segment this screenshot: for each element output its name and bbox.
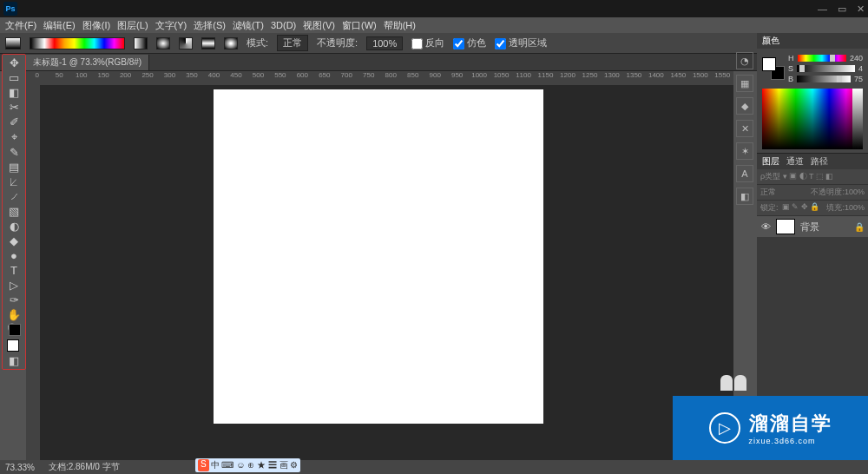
menu-layer[interactable]: 图层(L) — [117, 19, 148, 32]
paragraph-panel-icon[interactable]: ◧ — [736, 188, 753, 205]
document-tab[interactable]: 未标题-1 @ 73.3%(RGB/8#) — [26, 55, 149, 70]
libraries-panel-icon[interactable]: ◆ — [736, 97, 753, 115]
menu-3d[interactable]: 3D(D) — [271, 20, 296, 30]
menu-type[interactable]: 文字(Y) — [155, 19, 187, 32]
blend-mode-select[interactable]: 正常 — [277, 35, 308, 51]
sat-label: S — [788, 64, 793, 73]
paths-tab[interactable]: 路径 — [811, 155, 828, 168]
ime-toolbar[interactable]: S 中 ⌨ ☺ ⊕ ★ ☰ 画 ⚙ — [195, 458, 300, 472]
layer-row[interactable]: 👁 背景 🔒 — [757, 216, 868, 237]
vertical-ruler — [26, 85, 40, 460]
history-brush-tool[interactable]: ⟀ — [5, 175, 23, 188]
reverse-checkbox[interactable]: 反向 — [411, 36, 444, 49]
ime-buttons[interactable]: 中 ⌨ ☺ ⊕ ★ ☰ 画 ⚙ — [211, 459, 299, 471]
menu-image[interactable]: 图像(I) — [82, 19, 110, 32]
path-select-tool[interactable]: ▷ — [5, 279, 23, 292]
layer-opacity-input[interactable]: 100% — [845, 188, 865, 196]
dodge-tool[interactable]: ◆ — [5, 234, 23, 247]
zoom-level[interactable]: 73.33% — [5, 463, 35, 472]
menu-edit[interactable]: 编辑(E) — [43, 19, 76, 32]
dither-checkbox[interactable]: 仿色 — [453, 36, 486, 49]
bri-label: B — [788, 75, 793, 83]
foreground-color-swatch[interactable] — [7, 339, 19, 352]
layer-opacity-label: 不透明度: — [811, 188, 845, 196]
lock-icon: 🔒 — [854, 222, 865, 232]
color-spectrum[interactable] — [762, 89, 863, 149]
status-bar: 73.33% 文档:2.86M/0 字节 — [0, 460, 868, 474]
layer-name[interactable]: 背景 — [800, 221, 819, 234]
watermark-title: 溜溜自学 — [749, 411, 832, 437]
lock-buttons[interactable]: ▣ ✎ ✥ 🔒 — [782, 202, 820, 214]
background-color-swatch[interactable] — [9, 324, 21, 336]
marquee-tool[interactable]: ▭ — [5, 71, 23, 84]
lasso-tool[interactable]: ◧ — [5, 86, 23, 99]
color-panel-tab[interactable]: 颜色 — [762, 35, 779, 47]
window-close-icon[interactable]: ✕ — [857, 3, 865, 15]
options-bar: 模式: 正常 不透明度: 100% 反向 仿色 透明区域 — [0, 33, 868, 54]
visibility-toggle-icon[interactable]: 👁 — [760, 221, 771, 232]
opacity-input[interactable]: 100% — [366, 36, 403, 50]
layer-thumbnail[interactable] — [776, 219, 795, 234]
panel-drag-handles — [720, 375, 746, 391]
document-info[interactable]: 文档:2.86M/0 字节 — [49, 461, 120, 473]
gradient-type-angle-icon[interactable] — [179, 37, 193, 49]
opacity-label: 不透明度: — [317, 36, 358, 49]
sat-value[interactable]: 4 — [858, 64, 863, 73]
menu-select[interactable]: 选择(S) — [194, 19, 226, 32]
fill-input[interactable]: 100% — [845, 203, 865, 212]
blur-tool[interactable]: ◐ — [5, 220, 23, 233]
healing-tool[interactable]: ⌖ — [5, 130, 23, 144]
quick-mask-icon[interactable]: ◧ — [5, 354, 23, 367]
history-panel-icon[interactable]: ◔ — [736, 52, 753, 69]
menu-bar: 文件(F) 编辑(E) 图像(I) 图层(L) 文字(Y) 选择(S) 滤镜(T… — [0, 17, 868, 33]
watermark-url: zixue.3d66.com — [749, 437, 832, 445]
color-panel-fgbg[interactable] — [762, 57, 785, 80]
gradient-preset-picker[interactable] — [30, 37, 125, 49]
pen-tool[interactable]: ● — [5, 249, 23, 262]
menu-filter[interactable]: 滤镜(T) — [233, 19, 264, 32]
layers-tab[interactable]: 图层 — [762, 155, 779, 168]
move-tool[interactable]: ✥ — [5, 56, 23, 69]
channels-tab[interactable]: 通道 — [786, 155, 804, 168]
menu-window[interactable]: 窗口(W) — [342, 19, 377, 32]
gradient-type-reflected-icon[interactable] — [201, 37, 215, 49]
gradient-type-radial-icon[interactable] — [156, 37, 170, 49]
hue-label: H — [788, 54, 794, 63]
bri-value[interactable]: 75 — [854, 75, 863, 83]
play-icon: ▷ — [709, 412, 740, 444]
type-tool[interactable]: T — [5, 264, 23, 277]
eraser-tool[interactable]: ⟋ — [5, 190, 23, 203]
hue-slider[interactable] — [798, 55, 846, 62]
sat-slider[interactable] — [797, 65, 855, 72]
hand-tool[interactable]: ✋ — [5, 308, 23, 321]
layer-filter[interactable]: ρ类型 ▾ ▣ ◐ T ⬚ ◧ — [760, 171, 833, 182]
gradient-tool[interactable]: ▧ — [5, 205, 23, 218]
menu-file[interactable]: 文件(F) — [5, 19, 36, 32]
horizontal-ruler: 0501001502002503003504004505005506006507… — [26, 71, 733, 85]
collapsed-panel-dock: ◔ ▦ ◆ ✕ ✶ A ◧ — [734, 52, 755, 205]
app-logo: Ps — [3, 2, 17, 16]
blend-mode-select[interactable]: 正常 — [760, 187, 776, 198]
menu-help[interactable]: 帮助(H) — [384, 19, 416, 32]
gradient-type-diamond-icon[interactable] — [224, 37, 238, 49]
gradient-tool-icon[interactable] — [5, 37, 21, 49]
crop-tool[interactable]: ✂ — [5, 101, 23, 114]
ime-logo-icon: S — [198, 459, 209, 471]
eyedropper-tool[interactable]: ✐ — [5, 115, 23, 128]
styles-panel-icon[interactable]: ✶ — [736, 142, 753, 160]
menu-view[interactable]: 视图(V) — [303, 19, 335, 32]
transparency-checkbox[interactable]: 透明区域 — [495, 36, 547, 49]
document-canvas[interactable] — [214, 89, 543, 424]
adjustments-panel-icon[interactable]: ✕ — [736, 120, 753, 137]
stamp-tool[interactable]: ▤ — [5, 161, 23, 174]
swatches-panel-icon[interactable]: ▦ — [736, 75, 753, 92]
window-minimize-icon[interactable]: — — [818, 3, 827, 15]
hue-value[interactable]: 240 — [850, 54, 863, 63]
brush-tool[interactable]: ✎ — [5, 146, 23, 159]
character-panel-icon[interactable]: A — [736, 165, 753, 182]
bri-slider[interactable] — [797, 76, 851, 82]
canvas-viewport[interactable] — [40, 85, 733, 460]
window-restore-icon[interactable]: ▭ — [838, 3, 846, 15]
gradient-type-linear-icon[interactable] — [134, 37, 148, 49]
shape-tool[interactable]: ✑ — [5, 293, 23, 306]
